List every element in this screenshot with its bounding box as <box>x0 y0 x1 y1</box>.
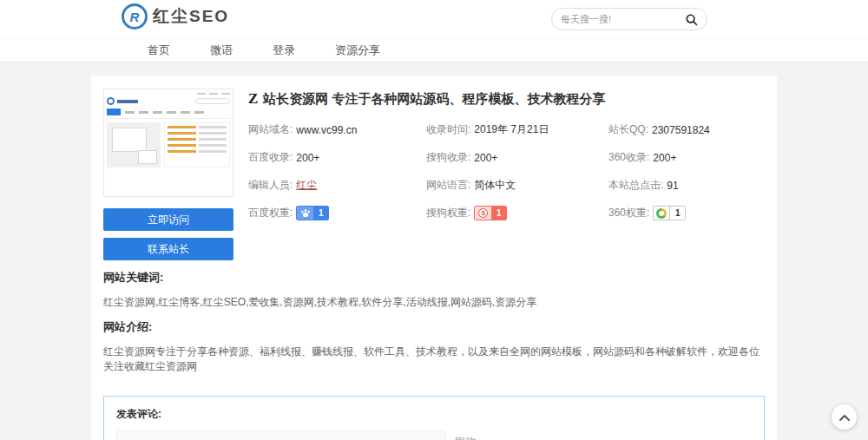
field-language: 网站语言: 简体中文 <box>426 178 608 193</box>
mini-toplinks <box>107 93 230 95</box>
mini-nav <box>107 108 230 119</box>
intro-heading: 网站介绍: <box>103 319 765 335</box>
mini-logo-text <box>117 100 138 103</box>
nickname-row: 昵称 <box>116 430 752 440</box>
contact-webmaster-button[interactable]: 联系站长 <box>103 238 233 260</box>
field-sogou-index: 搜狗收录: 200+ <box>426 150 608 165</box>
field-360-index: 360收录: 200+ <box>608 150 765 165</box>
site-logo[interactable]: R 红尘SEO <box>122 3 229 30</box>
editor-link[interactable]: 红尘 <box>296 178 317 193</box>
comment-form: 发表评论: 昵称 邮件地址 (选填) 个人主页 (选填) <box>103 396 765 440</box>
nav-item-microblog[interactable]: 微语 <box>210 43 233 58</box>
header-search-box <box>551 8 707 30</box>
search-icon[interactable] <box>685 13 698 26</box>
baidu-weight-badge[interactable]: 1 <box>296 206 329 220</box>
comment-form-heading: 发表评论: <box>116 407 752 422</box>
keywords-heading: 网站关键词: <box>103 270 765 286</box>
mini-search-bar <box>195 98 230 104</box>
field-included-date: 收录时间: 2019年 7月21日 <box>426 122 608 137</box>
site-info-section: 立即访问 联系站长 Z 站长资源网 专注于各种网站源码、程序模板、技术教程分享 … <box>103 89 765 260</box>
mini-content <box>107 122 230 167</box>
intro-text: 红尘资源网专注于分享各种资源、福利线报、赚钱线报、软件工具、技术教程，以及来自全… <box>103 345 765 374</box>
site-detail-card: 立即访问 联系站长 Z 站长资源网 专注于各种网站源码、程序模板、技术教程分享 … <box>91 76 777 440</box>
page-title-text: 站长资源网 专注于各种网站源码、程序模板、技术教程分享 <box>263 91 605 108</box>
site-info-grid: 网站域名: www.vc99.cn 收录时间: 2019年 7月21日 站长QQ… <box>248 122 765 220</box>
back-to-top-button[interactable] <box>832 404 857 430</box>
mini-logo-icon <box>107 97 115 105</box>
page-title: Z 站长资源网 专注于各种网站源码、程序模板、技术教程分享 <box>248 90 765 108</box>
mini-devices-image <box>107 122 161 167</box>
nav-item-home[interactable]: 首页 <box>148 43 170 58</box>
search-input[interactable] <box>561 14 685 24</box>
360-ring-icon <box>654 207 670 220</box>
nickname-input[interactable] <box>116 430 446 440</box>
site-header: R 红尘SEO <box>0 0 868 38</box>
logo-text: 红尘SEO <box>153 5 229 28</box>
field-editor: 编辑人员: 红尘 <box>248 178 426 193</box>
chevron-up-icon <box>839 414 850 421</box>
site-favicon-icon: Z <box>248 90 258 108</box>
mini-link-list <box>164 122 230 167</box>
field-baidu-weight: 百度权重: 1 <box>248 206 426 220</box>
logo-ring-icon: R <box>122 3 148 30</box>
left-column: 立即访问 联系站长 <box>103 89 233 260</box>
site-screenshot-thumbnail[interactable] <box>103 89 233 197</box>
main-nav: 首页 微语 登录 资源分享 <box>0 38 868 62</box>
nickname-label: 昵称 <box>455 435 476 440</box>
sogou-weight-badge[interactable]: S 1 <box>474 206 507 220</box>
nav-item-login[interactable]: 登录 <box>273 43 295 58</box>
keywords-text: 红尘资源网,红尘博客,红尘SEO,爱收集,资源网,技术教程,软件分享,活动线报,… <box>103 295 765 310</box>
baidu-paw-icon <box>297 207 313 220</box>
nav-item-resource-share[interactable]: 资源分享 <box>335 43 380 58</box>
visit-site-button[interactable]: 立即访问 <box>103 208 233 231</box>
field-total-clicks: 本站总点击: 91 <box>608 178 765 193</box>
sogou-s-icon: S <box>475 207 491 220</box>
mini-header <box>107 97 230 105</box>
field-domain: 网站域名: www.vc99.cn <box>248 122 426 137</box>
field-sogou-weight: 搜狗权重: S 1 <box>426 206 608 220</box>
field-baidu-index: 百度收录: 200+ <box>248 150 426 165</box>
360-weight-badge[interactable]: 1 <box>653 206 686 220</box>
field-360-weight: 360权重: 1 <box>608 206 765 220</box>
right-column: Z 站长资源网 专注于各种网站源码、程序模板、技术教程分享 网站域名: www.… <box>248 89 765 260</box>
field-webmaster-qq: 站长QQ: 2307591824 <box>608 122 765 137</box>
